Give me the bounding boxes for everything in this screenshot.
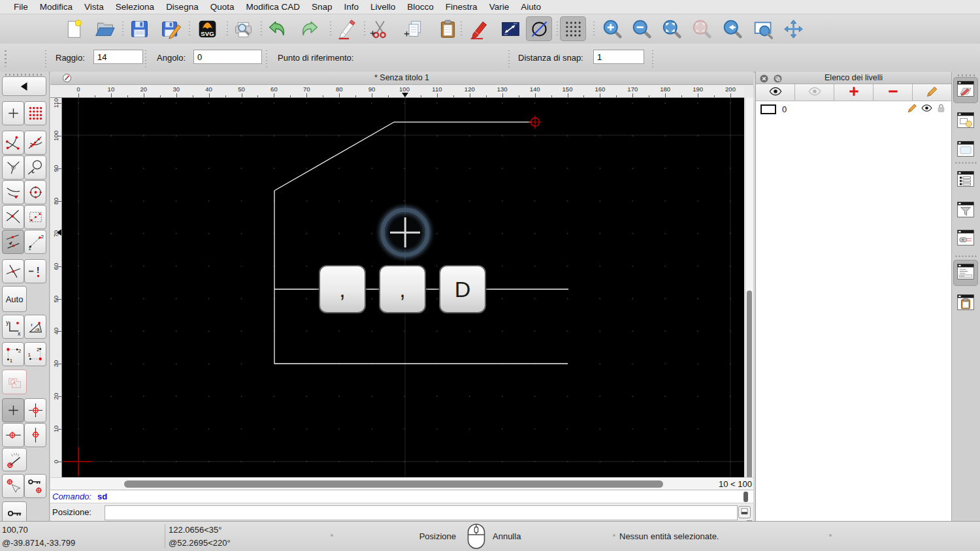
- edit-layer-button[interactable]: [913, 84, 951, 101]
- zoom-window-button[interactable]: [750, 16, 776, 41]
- back-button[interactable]: [2, 76, 46, 96]
- dock-tab-block-list[interactable]: [953, 108, 978, 134]
- menu-blocco[interactable]: Blocco: [401, 2, 440, 12]
- snap-coordinate-button[interactable]: [2, 474, 24, 498]
- export-svg-button[interactable]: SVG: [194, 16, 220, 41]
- dock-tab-layer-list[interactable]: [953, 77, 978, 103]
- menu-quota[interactable]: Quota: [204, 2, 240, 12]
- set-relative-zero-button[interactable]: [2, 448, 27, 471]
- restrict-vertical-button[interactable]: [24, 423, 46, 447]
- zoom-pan-button[interactable]: [780, 16, 806, 41]
- position-options-button[interactable]: [738, 506, 751, 518]
- zoom-in-button[interactable]: [599, 16, 625, 41]
- zoom-selection-button[interactable]: [689, 16, 715, 41]
- library-browser-icon: [956, 140, 975, 161]
- delete-entities-button[interactable]: [333, 16, 359, 41]
- open-file-button[interactable]: [91, 16, 118, 41]
- snap-distance-input[interactable]: [593, 50, 644, 64]
- hide-all-layers-eye-button[interactable]: [795, 84, 834, 101]
- command-scrollbar-thumb[interactable]: [743, 492, 748, 502]
- copy-button[interactable]: [400, 16, 427, 41]
- remove-layer-button[interactable]: [874, 84, 913, 101]
- dock-drag-handle[interactable]: [956, 74, 976, 76]
- menu-info[interactable]: Info: [338, 2, 365, 12]
- new-file-button[interactable]: [61, 16, 87, 41]
- snap-intersection-manual-button[interactable]: !: [24, 259, 46, 283]
- print-preview-button[interactable]: [230, 16, 256, 41]
- snap-perpendicular-button[interactable]: [2, 155, 24, 180]
- undo-button[interactable]: [265, 16, 291, 41]
- zoom-out-button[interactable]: [629, 16, 655, 41]
- paste-button[interactable]: [434, 16, 461, 41]
- layer-panel-titlebar[interactable]: Elenco dei livelli: [756, 72, 951, 84]
- dock-tab-clipboard-panel[interactable]: [953, 291, 978, 317]
- menu-finestra[interactable]: Finestra: [440, 2, 483, 12]
- snap-tangent-button[interactable]: [24, 155, 46, 180]
- grid-toggle-button[interactable]: [560, 16, 586, 41]
- save-as-button[interactable]: [157, 16, 184, 41]
- menu-vista[interactable]: Vista: [78, 2, 110, 12]
- zoom-previous-button[interactable]: [719, 16, 745, 41]
- position-input[interactable]: [105, 505, 738, 520]
- snap-center-button[interactable]: [24, 180, 46, 204]
- horizontal-scrollbar-thumb[interactable]: [124, 480, 663, 488]
- document-titlebar[interactable]: * Senza titolo 1: [50, 72, 753, 85]
- draw-entity-button[interactable]: [466, 16, 492, 41]
- command-line[interactable]: Comando: sd: [50, 490, 753, 503]
- restrict-horizontal-button[interactable]: [2, 423, 24, 447]
- menu-disegna[interactable]: Disegna: [160, 2, 204, 12]
- horizontal-scrollbar[interactable]: 10 < 100: [50, 477, 753, 490]
- menu-seleziona[interactable]: Seleziona: [110, 2, 160, 12]
- dock-tab-command-options[interactable]: [953, 226, 978, 252]
- snap-distance-point-button[interactable]: [2, 180, 24, 204]
- snap-endpoints-button[interactable]: [2, 131, 24, 155]
- dock-tab-library-browser[interactable]: [953, 137, 978, 163]
- menu-modifica-cad[interactable]: Modifica CAD: [240, 2, 306, 12]
- snap-reference-button[interactable]: [24, 205, 46, 229]
- restriction-info-button[interactable]: [2, 370, 27, 394]
- drawing-canvas[interactable]: ,,D: [62, 98, 744, 477]
- snap-middle-button[interactable]: [2, 230, 24, 254]
- snap-grid-button[interactable]: [24, 101, 46, 125]
- menu-modifica[interactable]: Modifica: [34, 2, 78, 12]
- zoom-auto-button[interactable]: [659, 16, 685, 41]
- snap-free-button[interactable]: [2, 101, 24, 125]
- palette-drag-handle[interactable]: [4, 74, 44, 76]
- restrict-orthogonal-button[interactable]: [24, 398, 46, 422]
- layer-row[interactable]: 0: [756, 101, 951, 117]
- coord-cartesian-button[interactable]: yx: [2, 315, 24, 339]
- snap-on-entity-button[interactable]: [24, 131, 46, 155]
- angle-input[interactable]: [193, 50, 262, 64]
- menu-aiuto[interactable]: Aiuto: [515, 2, 547, 12]
- snap-auto-button[interactable]: Auto: [2, 286, 27, 312]
- snap-distance-manual-button[interactable]: 12: [24, 230, 46, 254]
- save-button[interactable]: [126, 16, 152, 41]
- dock-tab-selection-filter[interactable]: [953, 198, 978, 224]
- cut-button[interactable]: [367, 16, 393, 41]
- coord-polar-button[interactable]: ra: [24, 315, 46, 339]
- restrict-nothing-button[interactable]: [2, 398, 24, 422]
- vertical-scrollbar[interactable]: [745, 98, 753, 477]
- layer-visible-icon[interactable]: [918, 102, 932, 116]
- radius-input[interactable]: [93, 50, 143, 64]
- toolbar-drag-handle[interactable]: [5, 49, 7, 67]
- show-all-layers-eye-button[interactable]: [756, 84, 795, 101]
- menu-file[interactable]: File: [8, 2, 34, 12]
- layer-lock-icon[interactable]: [932, 102, 947, 116]
- dock-tab-property-editor[interactable]: [953, 167, 978, 193]
- rel-point-2-button[interactable]: 12: [24, 342, 46, 366]
- draft-mode-button[interactable]: [526, 16, 552, 41]
- menu-varie[interactable]: Varie: [483, 2, 515, 12]
- menu-livello[interactable]: Livello: [365, 2, 401, 12]
- add-layer-button[interactable]: [834, 84, 874, 101]
- layer-edit-icon[interactable]: [904, 102, 918, 116]
- dock-separator: [955, 255, 978, 257]
- dimension-button[interactable]: [497, 16, 523, 41]
- dock-tab-command-history[interactable]: [953, 260, 978, 286]
- snap-intersection-button[interactable]: [2, 259, 24, 283]
- redo-button[interactable]: [295, 16, 321, 41]
- lock-relative-zero-button[interactable]: [24, 474, 46, 498]
- snap-auto-intersection-button[interactable]: [2, 205, 24, 229]
- rel-point-1-button[interactable]: 12: [2, 342, 24, 366]
- menu-snap[interactable]: Snap: [306, 2, 338, 12]
